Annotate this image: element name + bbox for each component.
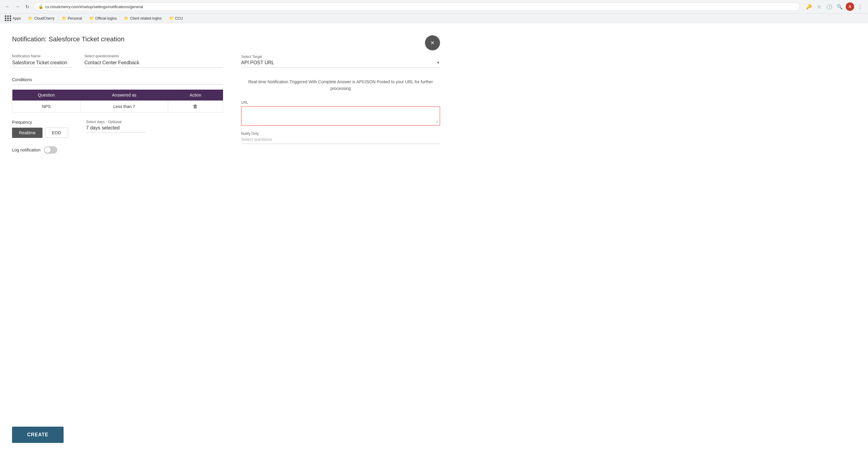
notify-only-group: Notify Only Select questions bbox=[241, 132, 440, 144]
table-cell-question: NPS bbox=[12, 101, 81, 113]
log-notification-toggle[interactable] bbox=[44, 146, 57, 153]
browser-chrome: ← → ↻ 🔒 cx.cloudcherry.com/#/setup/setti… bbox=[0, 0, 868, 13]
days-label: Select days - Optional bbox=[86, 120, 147, 124]
bookmark-official-logins[interactable]: 📁 Official logins bbox=[88, 16, 118, 21]
frequency-row: Frequency Realtime EOD Select days - Opt… bbox=[12, 120, 223, 138]
nav-buttons: ← → ↻ bbox=[4, 2, 31, 11]
select-target-value: API POST URL ▼ bbox=[241, 60, 440, 65]
folder-icon-3: 📁 bbox=[89, 16, 94, 21]
select-target-wrapper[interactable]: API POST URL ▼ bbox=[241, 60, 440, 67]
realtime-button[interactable]: Realtime bbox=[12, 127, 42, 138]
url-group: URL bbox=[241, 101, 440, 125]
search-icon[interactable]: 🔍 bbox=[835, 2, 844, 11]
conditions-section: Conditions bbox=[12, 77, 223, 85]
menu-icon[interactable]: ⋮ bbox=[856, 2, 864, 11]
right-column: Select Target API POST URL ▼ Real-time N… bbox=[241, 54, 440, 161]
conditions-label: Conditions bbox=[12, 77, 223, 85]
folder-icon-2: 📁 bbox=[62, 16, 67, 21]
toggle-knob bbox=[44, 147, 51, 153]
browser-actions: 🔑 ☆ 🕐 🔍 A ⋮ bbox=[805, 2, 864, 11]
table-header-action: Action bbox=[168, 90, 223, 101]
two-col-layout: Notification Name Salesforce Ticket crea… bbox=[12, 54, 440, 161]
left-column: Notification Name Salesforce Ticket crea… bbox=[12, 54, 223, 161]
history-icon[interactable]: 🕐 bbox=[825, 2, 834, 11]
notification-name-label: Notification Name bbox=[12, 54, 72, 58]
main-content: Notification: Salesforce Ticket creation… bbox=[0, 23, 452, 454]
bookmark-personal-label: Personal bbox=[68, 16, 82, 21]
select-target-group: Select Target API POST URL ▼ bbox=[241, 54, 440, 67]
table-cell-action: 🗑 bbox=[168, 101, 223, 113]
notification-name-value: Salesforce Ticket creation bbox=[12, 60, 72, 67]
bookmarks-bar: Apps 📁 CloudCherry 📁 Personal 📁 Official… bbox=[0, 13, 868, 23]
eod-button[interactable]: EOD bbox=[45, 127, 68, 138]
days-value: 7 days selected bbox=[86, 125, 147, 133]
log-notification-label: Log notification bbox=[12, 147, 40, 152]
page-title: Notification: Salesforce Ticket creation bbox=[12, 35, 124, 43]
apps-icon bbox=[5, 16, 11, 21]
info-text: Real-time Notification Triggered With Co… bbox=[241, 73, 440, 101]
refresh-button[interactable]: ↻ bbox=[23, 2, 31, 11]
notification-name-group: Notification Name Salesforce Ticket crea… bbox=[12, 54, 72, 67]
back-button[interactable]: ← bbox=[4, 2, 12, 11]
conditions-table: Question Answered as Action NPS Less tha… bbox=[12, 90, 223, 113]
select-questionnaires-label: Select questionnaires bbox=[84, 54, 223, 58]
bookmark-cloudcherry-label: CloudCherry bbox=[34, 16, 54, 21]
folder-icon: 📁 bbox=[28, 16, 33, 21]
form-row-1: Notification Name Salesforce Ticket crea… bbox=[12, 54, 223, 67]
apps-label: Apps bbox=[13, 16, 21, 21]
select-target-label: Select Target bbox=[241, 55, 262, 59]
lock-icon: 🔒 bbox=[38, 4, 43, 9]
folder-icon-4: 📁 bbox=[124, 16, 129, 21]
table-cell-answered-as: Less than 7 bbox=[81, 101, 168, 113]
url-input[interactable] bbox=[243, 108, 438, 123]
bookmark-ccu-label: CCU bbox=[175, 16, 183, 21]
star-icon[interactable]: ☆ bbox=[815, 2, 824, 11]
url-text: cx.cloudcherry.com/#/setup/settings/noti… bbox=[45, 4, 143, 9]
select-questionnaires-value: Contact Center Feedback bbox=[84, 60, 223, 67]
close-button[interactable]: × bbox=[425, 35, 440, 50]
avatar[interactable]: A bbox=[846, 2, 854, 11]
frequency-buttons: Realtime EOD bbox=[12, 127, 68, 138]
bookmark-official-label: Official logins bbox=[95, 16, 117, 21]
frequency-group: Frequency Realtime EOD bbox=[12, 120, 68, 138]
bookmark-client-label: Client related logins bbox=[130, 16, 161, 21]
address-bar[interactable]: 🔒 cx.cloudcherry.com/#/setup/settings/no… bbox=[34, 2, 800, 11]
table-header-answered-as: Answered as bbox=[81, 90, 168, 101]
log-notification-row: Log notification bbox=[12, 146, 223, 153]
table-header-row: Question Answered as Action bbox=[12, 90, 223, 101]
table-header-question: Question bbox=[12, 90, 81, 101]
dropdown-arrow-icon: ▼ bbox=[436, 61, 440, 65]
apps-bookmark[interactable]: Apps bbox=[4, 15, 22, 22]
page-title-row: Notification: Salesforce Ticket creation… bbox=[12, 35, 440, 43]
url-textarea-wrapper bbox=[241, 107, 440, 125]
frequency-label: Frequency bbox=[12, 120, 68, 124]
select-questionnaires-group: Select questionnaires Contact Center Fee… bbox=[84, 54, 223, 67]
create-button[interactable]: CREATE bbox=[12, 427, 64, 443]
bookmark-ccu[interactable]: 📁 CCU bbox=[168, 16, 184, 21]
days-group: Select days - Optional 7 days selected bbox=[86, 120, 147, 133]
forward-button[interactable]: → bbox=[13, 2, 22, 11]
table-row: NPS Less than 7 🗑 bbox=[12, 101, 223, 113]
bookmark-client-logins[interactable]: 📁 Client related logins bbox=[123, 16, 163, 21]
notify-only-select[interactable]: Select questions bbox=[241, 137, 440, 144]
folder-icon-5: 📁 bbox=[169, 16, 174, 21]
url-label: URL bbox=[241, 101, 440, 105]
key-icon[interactable]: 🔑 bbox=[805, 2, 813, 11]
bookmark-personal[interactable]: 📁 Personal bbox=[61, 16, 83, 21]
bookmark-cloudcherry[interactable]: 📁 CloudCherry bbox=[27, 16, 56, 21]
notify-only-label: Notify Only bbox=[241, 132, 440, 136]
delete-icon[interactable]: 🗑 bbox=[193, 104, 198, 109]
